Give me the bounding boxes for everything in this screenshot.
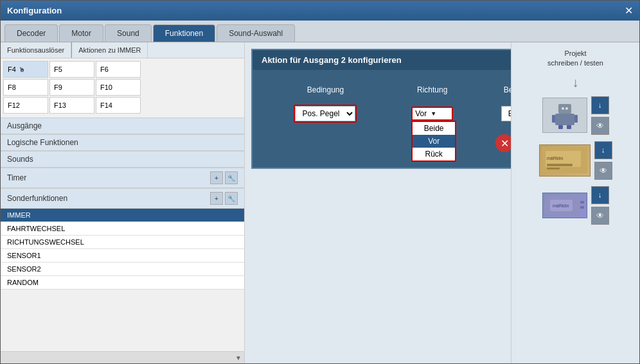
col-bedingung: Bedingung [264,82,387,98]
tab-bar: Decoder Motor Sound Funktionen Sound-Aus… [1,21,639,42]
function-row-2: F8 F9 F10 [3,79,242,96]
overlay-actions: ✕ ✓ 🔧 [263,129,511,157]
timer-add-btn[interactable]: + [210,171,223,184]
col-richtung: Richtung [388,82,477,98]
download-btn-usb[interactable]: ↓ [591,186,609,204]
list-item-immer[interactable]: IMMER [1,209,244,222]
svg-rect-3 [574,115,578,123]
overlay-dialog: Aktion für Ausgang 2 konfigurieren Bedin… [251,49,511,169]
richtung-option-vor[interactable]: Vor [413,135,455,148]
richtung-select-trigger[interactable]: Vor ▼ [411,107,453,121]
function-f10[interactable]: F10 [96,79,141,96]
category-logische[interactable]: Logische Funktionen [1,134,244,151]
function-row-3: F12 F13 F14 [3,97,242,114]
overlay-table: Bedingung Richtung Bewegung Pos. [263,80,511,129]
arrow-down-icon: ↓ [573,75,579,90]
list-item-sensor1[interactable]: SENSOR1 [1,249,244,263]
tab-funktionen[interactable]: Funktionen [153,24,215,42]
right-panel-title: Projektschreiben / testen [547,49,603,69]
sonder-label: Sonderfunktionen [7,194,67,203]
function-f5[interactable]: F5 [49,61,94,78]
category-sonderfunktionen[interactable]: Sonderfunktionen + 🔧 [1,188,244,209]
category-timer[interactable]: Timer + 🔧 [1,168,244,188]
col-bewegung: Bewegung [477,82,511,98]
function-f13[interactable]: F13 [49,97,94,114]
tab-sound-auswahl[interactable]: Sound-Auswahl [217,24,295,42]
usb-image: mäRklin [542,193,587,218]
category-sounds[interactable]: Sounds [1,151,244,168]
svg-rect-4 [558,125,563,129]
list-item-richtungswechsel[interactable]: RICHTUNGSWECHSEL [1,236,244,249]
overlay-title: Aktion für Ausgang 2 konfigurieren [253,50,511,70]
usb-buttons: ↓ 👁 [591,186,609,225]
download-btn-circuit[interactable]: ↓ [594,141,612,159]
bewegung-select[interactable]: Beide Vor Rück [501,106,511,121]
section-funktionsausloeser: Funktionsauslöser [1,42,71,58]
top-device-buttons: ↓ 👁 [591,96,609,135]
right-panel: Projektschreiben / testen ↓ [511,42,639,363]
scroll-down-icon: ▼ [235,354,242,361]
list-item-fahrtwechsel[interactable]: FAHRTWECHSEL [1,222,244,236]
usb-svg: mäRklin [544,193,585,218]
tab-decoder[interactable]: Decoder [4,24,58,42]
projekt-label: Projektschreiben / testen [547,49,603,67]
circuit-image: mäRklin [539,144,591,177]
list-item-sensor2[interactable]: SENSOR2 [1,263,244,276]
sonder-wrench-icon: 🔧 [227,195,235,202]
timer-wrench-icon: 🔧 [227,175,235,182]
richtung-cell: Vor ▼ Beide Vor Rück [388,100,477,128]
richtung-dropdown-arrow: ▼ [431,110,436,117]
function-row-1: F4 🖱 F5 F6 [3,61,242,78]
window-title: Konfiguration [7,6,62,15]
circuit-buttons: ↓ 👁 [594,141,612,180]
sonder-actions: + 🔧 [210,192,238,205]
svg-rect-5 [567,125,571,129]
function-f14[interactable]: F14 [96,97,141,114]
download-btn-top[interactable]: ↓ [591,96,609,114]
function-f6[interactable]: F6 [96,61,141,78]
richtung-selected-value: Vor [415,109,427,118]
function-f12[interactable]: F12 [3,97,48,114]
robot-svg [549,101,581,130]
view-btn-circuit[interactable]: 👁 [594,162,612,180]
function-f4[interactable]: F4 🖱 [3,61,48,78]
device-section-circuit: mäRklin ↓ 👁 [539,141,612,180]
category-ausgaenge[interactable]: Ausgänge [1,117,244,134]
close-button[interactable]: ✕ [625,4,633,17]
richtung-option-rueck[interactable]: Rück [413,148,455,160]
svg-rect-12 [547,168,560,169]
view-btn-usb[interactable]: 👁 [591,207,609,225]
sonder-add-btn[interactable]: + [210,192,223,205]
tab-sound[interactable]: Sound [105,24,152,42]
main-content: Funktionsauslöser Aktionen zu IMMER F4 🖱… [1,42,639,363]
section-headers: Funktionsauslöser Aktionen zu IMMER [1,42,244,58]
svg-rect-17 [580,206,584,209]
function-f8[interactable]: F8 [3,79,48,96]
svg-text:mäRklin: mäRklin [547,156,563,160]
list-item-random[interactable]: RANDOM [1,276,244,290]
bedingung-select[interactable]: Pos. Pegel Neg. Pegel Immer [295,106,355,121]
sonder-edit-btn[interactable]: 🔧 [225,192,238,205]
overlay-body: Bedingung Richtung Bewegung Pos. [253,70,511,168]
left-panel: Funktionsauslöser Aktionen zu IMMER F4 🖱… [1,42,245,363]
richtung-option-beide[interactable]: Beide [413,122,455,135]
section-aktionen: Aktionen zu IMMER [71,42,148,58]
richtung-dropdown-list: Beide Vor Rück [411,121,456,162]
bedingung-select-container: Pos. Pegel Neg. Pegel Immer [294,105,357,123]
tab-motor[interactable]: Motor [59,24,103,42]
timer-actions: + 🔧 [210,171,238,184]
f4-icon: 🖱 [19,66,25,73]
bewegung-cell: Beide Vor Rück [477,100,511,128]
cancel-button[interactable]: ✕ [495,134,511,152]
f4-label: F4 [8,65,16,73]
center-area: Aktion für Ausgang 2 konfigurieren Bedin… [245,42,511,363]
list-container: IMMER FAHRTWECHSEL RICHTUNGSWECHSEL SENS… [1,209,244,351]
svg-rect-0 [558,104,571,114]
richtung-dropdown-wrapper: Vor ▼ Beide Vor Rück [411,107,453,121]
view-btn-top[interactable]: 👁 [591,117,609,135]
function-grid: F4 🖱 F5 F6 F8 F9 F10 F12 F13 F14 [1,58,244,117]
robot-image [542,98,587,133]
timer-edit-btn[interactable]: 🔧 [225,171,238,184]
device-section-top: ↓ 👁 [542,96,609,135]
function-f9[interactable]: F9 [49,79,94,96]
